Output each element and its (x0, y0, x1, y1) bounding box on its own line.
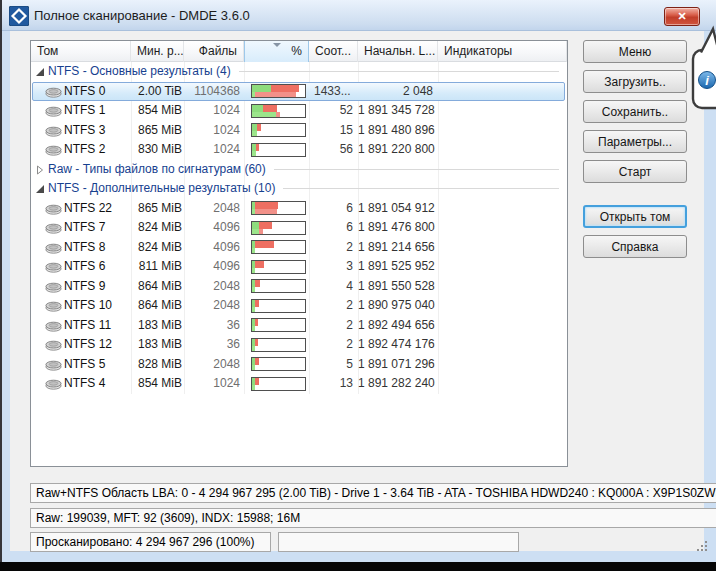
column-header-pct[interactable]: % (244, 41, 309, 62)
bar-top-stripe (252, 85, 305, 92)
start-lba-value: 1 891 282 240 (358, 374, 433, 394)
volume-row[interactable]: NTFS 11183 MiB3621 892 494 656 (31, 316, 567, 336)
min-size: 854 MiB (131, 374, 182, 394)
match-value: 2 (309, 238, 353, 258)
table-header: ТомМин. р...Файлы%Соот...Начальн. L...Ин… (31, 41, 567, 62)
volume-row[interactable]: NTFS 6811 MiB409631 891 525 952 (31, 257, 567, 277)
bar-top-stripe (252, 241, 305, 248)
volume-row[interactable]: NTFS 4854 MiB1024131 891 282 240 (31, 374, 567, 394)
bar-green-segment (252, 112, 276, 117)
volume-row[interactable]: NTFS 12183 MiB3621 892 474 176 (31, 335, 567, 355)
volume-name: NTFS 9 (64, 277, 105, 297)
min-size: 183 MiB (131, 316, 182, 336)
column-header-ind[interactable]: Индикаторы (438, 41, 567, 62)
volume-icon (45, 378, 62, 390)
min-size: 865 MiB (131, 199, 182, 219)
table-body: NTFS - Основные результаты (4)NTFS 02.00… (31, 62, 567, 466)
bar-green-segment (252, 385, 255, 390)
bar-red-segment (263, 105, 278, 112)
match-value: 2 (309, 316, 353, 336)
status-scanned: Просканировано: 4 294 967 296 (100%) (30, 532, 271, 552)
volume-name: NTFS 6 (64, 257, 105, 277)
group-row[interactable]: Raw - Типы файлов по сигнатурам (60) (31, 160, 567, 180)
volume-row[interactable]: NTFS 2830 MiB1024561 891 220 800 (31, 140, 567, 160)
bar-red-segment (255, 241, 274, 248)
bar-top-stripe (252, 339, 305, 346)
volume-row[interactable]: NTFS 1854 MiB1024521 891 345 728 (31, 101, 567, 121)
volume-name: NTFS 22 (64, 199, 112, 219)
column-header-vol[interactable]: Том (31, 41, 131, 62)
volume-row[interactable]: NTFS 02.00 TiB11043681433...2 048 (31, 82, 567, 102)
button-open-volume[interactable]: Открыть том (583, 205, 687, 228)
column-header-label: Индикаторы (438, 41, 566, 61)
bar-green-segment (252, 346, 255, 351)
bar-green-segment (252, 248, 255, 253)
files-count: 36 (184, 335, 240, 355)
volume-row[interactable]: NTFS 10864 MiB204821 890 975 040 (31, 296, 567, 316)
volume-name: NTFS 1 (64, 101, 105, 121)
button-help[interactable]: Справка (583, 235, 687, 258)
bar-bottom-stripe (252, 248, 305, 253)
bar-top-stripe (252, 358, 305, 365)
sort-down-icon (273, 43, 281, 47)
bar-red-segment (257, 124, 261, 131)
match-percent-bar (251, 260, 306, 274)
volume-row[interactable]: NTFS 5828 MiB204851 891 071 296 (31, 355, 567, 375)
volume-row[interactable]: NTFS 3865 MiB1024151 891 480 896 (31, 121, 567, 141)
match-percent-bar (251, 279, 306, 293)
group-rule (274, 169, 559, 170)
group-rule (283, 188, 559, 189)
start-lba-value: 1 892 494 656 (358, 316, 433, 336)
files-count: 2048 (184, 199, 240, 219)
files-count: 2048 (184, 277, 240, 297)
column-header-label: Мин. р... (131, 41, 183, 61)
bar-top-stripe (252, 378, 305, 385)
volume-row[interactable]: NTFS 22865 MiB204861 891 054 912 (31, 199, 567, 219)
match-value: 52 (309, 101, 353, 121)
button-column: МенюЗагрузить..Сохранить..Параметры...Ст… (583, 40, 687, 265)
files-count: 4096 (184, 238, 240, 258)
bar-top-stripe (252, 202, 305, 209)
window-titlebar[interactable]: Полное сканирование - DMDE 3.6.0 ✕ (0, 0, 716, 31)
start-lba-value: 1 890 975 040 (358, 296, 433, 316)
match-percent-bar (251, 201, 306, 215)
button-params[interactable]: Параметры... (583, 130, 687, 153)
button-save[interactable]: Сохранить.. (583, 100, 687, 123)
group-expanded-icon (35, 67, 45, 77)
button-menu[interactable]: Меню (583, 40, 687, 63)
status-extra (278, 532, 519, 552)
column-header-start[interactable]: Начальн. L... (358, 41, 438, 62)
bar-top-stripe (252, 124, 305, 131)
volume-name: NTFS 8 (64, 238, 105, 258)
bar-green-segment (252, 222, 259, 229)
group-row[interactable]: NTFS - Дополнительные результаты (10) (31, 179, 567, 199)
column-header-min[interactable]: Мин. р... (131, 41, 184, 62)
volume-row[interactable]: NTFS 9864 MiB204841 891 550 528 (31, 277, 567, 297)
bar-bottom-stripe (252, 209, 305, 214)
bar-bottom-stripe (252, 229, 305, 234)
button-start[interactable]: Старт (583, 160, 687, 183)
resize-grip-icon[interactable] (696, 540, 708, 552)
files-count: 1024 (184, 374, 240, 394)
start-lba-value: 1 891 214 656 (358, 238, 433, 258)
volume-name: NTFS 0 (64, 82, 105, 102)
bar-red-segment (255, 319, 258, 326)
volume-icon (45, 320, 62, 332)
bar-top-stripe (252, 300, 305, 307)
match-percent-bar (251, 104, 306, 118)
bar-red-segment (255, 378, 259, 385)
group-row[interactable]: NTFS - Основные результаты (4) (31, 62, 567, 82)
match-value: 13 (309, 374, 353, 394)
bar-bottom-stripe (252, 268, 305, 273)
volume-row[interactable]: NTFS 7824 MiB409661 891 476 800 (31, 218, 567, 238)
bar-green-segment (252, 365, 255, 370)
column-header-files[interactable]: Файлы (184, 41, 244, 62)
min-size: 811 MiB (131, 257, 182, 277)
volume-row[interactable]: NTFS 8824 MiB409621 891 214 656 (31, 238, 567, 258)
button-load[interactable]: Загрузить.. (583, 70, 687, 93)
bar-red-segment (276, 112, 280, 117)
column-header-match[interactable]: Соот... (309, 41, 358, 62)
start-lba-value: 1 891 480 896 (358, 121, 433, 141)
volume-icon (45, 339, 62, 351)
column-header-label: Том (31, 41, 130, 61)
